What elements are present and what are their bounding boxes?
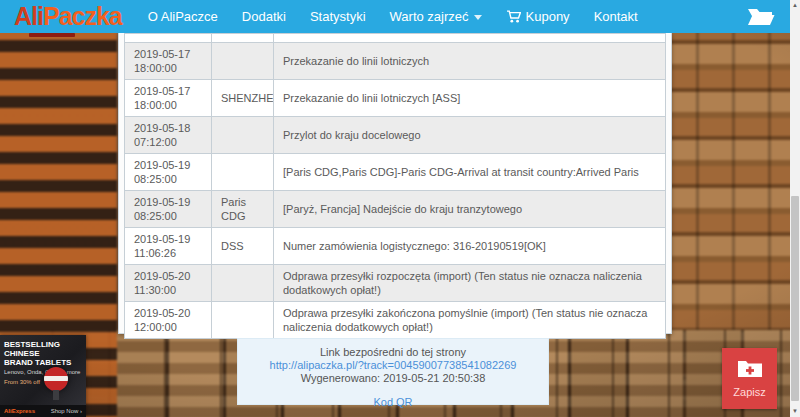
chevron-down-icon: [474, 15, 482, 20]
nav-label: Kontakt: [594, 9, 638, 24]
ad-balloon-basket: [53, 390, 59, 400]
cell-location: SHENZHEN: [212, 80, 274, 117]
table-row: 2019-05-1908:25:00 [Paris CDG,Paris CDG]…: [125, 154, 666, 191]
logo-part-paczka: Paczka: [43, 2, 122, 30]
page: AliPaczka O AliPaczce Dodatki Statystyki…: [0, 0, 800, 417]
event-time: 12:00:00: [134, 320, 202, 334]
cell-datetime: 2019-05-1718:00:00: [125, 80, 212, 117]
cell-datetime: 2019-05-1911:06:26: [125, 228, 212, 265]
scrollbar-thumb[interactable]: [791, 196, 799, 401]
event-date: 2019-05-17: [134, 84, 202, 98]
ad-headline-line2: BRAND TABLETS: [4, 358, 86, 367]
cell-description: Odprawa przesyłki zakończona pomyślnie (…: [274, 302, 666, 339]
cell-datetime: 2019-05-2011:30:00: [125, 265, 212, 302]
table-row: 2019-05-1911:06:26 DSS Numer zamówienia …: [125, 228, 666, 265]
scrollbar-down-arrow-icon[interactable]: ▼: [790, 406, 800, 417]
ad-shop-now-link[interactable]: Shop Now ›: [51, 408, 82, 414]
header-bar: AliPaczka O AliPaczce Dodatki Statystyki…: [0, 0, 790, 33]
table-row: 2019-05-1807:12:00 Przylot do kraju doce…: [125, 117, 666, 154]
main-nav: O AliPaczce Dodatki Statystyki Warto zaj…: [148, 9, 638, 24]
cell-description: Przylot do kraju docelowego: [274, 117, 666, 154]
direct-link-heading: Link bezpośredni do tej strony: [238, 346, 548, 359]
table-row: 2019-05-1718:00:00 SHENZHEN Przekazanie …: [125, 80, 666, 117]
cell-description: Przekazanie do linii lotniczych: [274, 43, 666, 80]
ad-headline-line1: BESTSELLING CHINESE: [4, 340, 86, 358]
cell-description: Przekazanie do linii lotniczych [ASS]: [274, 80, 666, 117]
event-time: 18:00:00: [134, 61, 202, 75]
save-button-label: Zapisz: [722, 386, 777, 398]
event-date: 2019-05-19: [134, 232, 202, 246]
scrollbar-up-arrow-icon[interactable]: ▲: [790, 0, 800, 11]
qr-code-link[interactable]: Kod QR: [373, 396, 412, 408]
ad-brand-logo: AliExpress: [4, 408, 35, 414]
cell-location: DSS: [212, 228, 274, 265]
nav-item-o-alipaczce[interactable]: O AliPaczce: [148, 9, 218, 24]
ad-balloon-graphic: [44, 367, 68, 391]
nav-label: Statystyki: [310, 9, 366, 24]
cell-location: [212, 154, 274, 191]
cell-description: Numer zamówienia logistycznego: 316-2019…: [274, 228, 666, 265]
cell-location: Paris CDG: [212, 191, 274, 228]
tracking-url-link[interactable]: http://alipaczka.pl/?track=0045900773854…: [270, 359, 517, 371]
nav-item-kupony[interactable]: Kupony: [506, 9, 570, 24]
table-row: 2019-05-2012:00:00 Odprawa przesyłki zak…: [125, 302, 666, 339]
table-row: 2019-05-1718:00:00 Przekazanie do linii …: [125, 43, 666, 80]
event-time: 18:00:00: [134, 98, 202, 112]
table-row-partial: [125, 34, 666, 43]
event-date: 2019-05-20: [134, 306, 202, 320]
tracking-table: 2019-05-1718:00:00 Przekazanie do linii …: [124, 33, 666, 339]
logo-underline: [29, 33, 75, 37]
event-time: 11:30:00: [134, 283, 202, 297]
save-button[interactable]: Zapisz: [722, 348, 777, 409]
cell-datetime: 2019-05-1807:12:00: [125, 117, 212, 154]
event-time: 11:06:26: [134, 246, 202, 260]
brand-logo[interactable]: AliPaczka: [14, 4, 122, 29]
cell-location: [212, 43, 274, 80]
cell-location: [212, 117, 274, 154]
cell-datetime: 2019-05-1718:00:00: [125, 43, 212, 80]
nav-label: Warto zajrzeć: [390, 9, 469, 24]
event-time: 08:25:00: [134, 209, 202, 223]
event-date: 2019-05-17: [134, 47, 202, 61]
cart-icon: [506, 10, 521, 23]
cell-datetime: 2019-05-2012:00:00: [125, 302, 212, 339]
logo-part-ali: Ali: [14, 2, 43, 30]
nav-label: Dodatki: [242, 9, 286, 24]
table-row: 2019-05-1908:25:00 Paris CDG [Paryż, Fra…: [125, 191, 666, 228]
tracking-panel: 2019-05-1718:00:00 Przekazanie do linii …: [118, 33, 672, 334]
cell-datetime: 2019-05-1908:25:00: [125, 154, 212, 191]
event-time: 08:25:00: [134, 172, 202, 186]
vertical-scrollbar[interactable]: ▲ ▼: [790, 0, 800, 417]
cell-description: [Paryż, Francja] Nadejście do kraju tran…: [274, 191, 666, 228]
event-date: 2019-05-19: [134, 158, 202, 172]
nav-label: Kupony: [526, 9, 570, 24]
nav-item-statystyki[interactable]: Statystyki: [310, 9, 366, 24]
event-date: 2019-05-18: [134, 121, 202, 135]
nav-item-kontakt[interactable]: Kontakt: [594, 9, 638, 24]
cell-location: [212, 265, 274, 302]
nav-label: O AliPaczce: [148, 9, 218, 24]
generated-timestamp: Wygenerowano: 2019-05-21 20:50:38: [238, 372, 548, 385]
ad-banner[interactable]: BESTSELLING CHINESE BRAND TABLETS Lenovo…: [0, 335, 86, 417]
nav-item-dodatki[interactable]: Dodatki: [242, 9, 286, 24]
cell-location: [212, 302, 274, 339]
direct-link-box: Link bezpośredni do tej strony http://al…: [237, 338, 549, 405]
ad-bottom-bar: AliExpress Shop Now ›: [0, 405, 86, 417]
nav-item-warto-zajrzec[interactable]: Warto zajrzeć: [390, 9, 482, 24]
event-date: 2019-05-20: [134, 269, 202, 283]
cell-description: [Paris CDG,Paris CDG]-Paris CDG-Arrival …: [274, 154, 666, 191]
table-row: 2019-05-2011:30:00 Odprawa przesyłki roz…: [125, 265, 666, 302]
event-time: 07:12:00: [134, 135, 202, 149]
open-folder-icon[interactable]: [746, 6, 776, 28]
cell-description: Odprawa przesyłki rozpoczęta (import) (T…: [274, 265, 666, 302]
folder-plus-icon: [737, 358, 763, 378]
event-date: 2019-05-19: [134, 195, 202, 209]
cell-datetime: 2019-05-1908:25:00: [125, 191, 212, 228]
